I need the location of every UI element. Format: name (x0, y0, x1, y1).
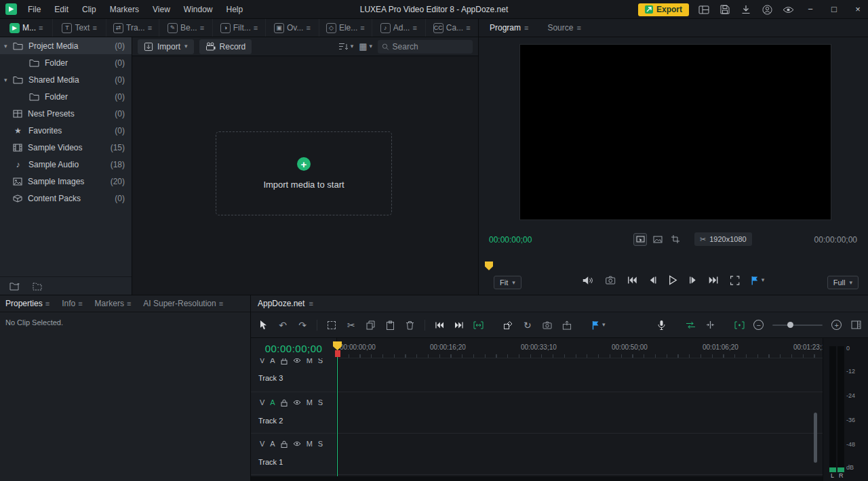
trim-mode-icon[interactable] (705, 319, 715, 331)
eye-icon[interactable] (782, 3, 794, 16)
chevron-down-icon[interactable]: ▾ (351, 43, 354, 49)
audio-toggle[interactable]: A (270, 398, 275, 406)
export-button[interactable]: Export (638, 3, 689, 16)
sidebar-item-shared-media[interactable]: ▾ Shared Media (0) (0, 71, 132, 88)
import-button[interactable]: Import ▾ (138, 39, 194, 54)
tab-info[interactable]: Info ≡ (62, 299, 82, 308)
search-box[interactable] (378, 40, 473, 54)
split-icon[interactable]: ✂ (346, 319, 357, 331)
tab-program[interactable]: Program ≡ (490, 23, 528, 33)
select-tool-icon[interactable] (258, 319, 269, 331)
snapshot-camera-icon[interactable] (606, 276, 616, 285)
tab-menu-icon[interactable]: ≡ (412, 24, 416, 32)
tab-elements[interactable]: ◇ Ele... ≡ (319, 19, 372, 37)
sidebar-item-folder-2[interactable]: Folder (0) (0, 88, 132, 105)
crop-icon[interactable] (669, 233, 682, 246)
motion-icon[interactable]: ↻ (522, 319, 533, 331)
close-button[interactable]: × (850, 0, 865, 19)
sidebar-item-sample-images[interactable]: Sample Images (20) (0, 173, 132, 190)
track-name[interactable]: Track 3 (251, 374, 336, 382)
tab-ai-super-resolution[interactable]: AI Super-Resolution ≡ (143, 299, 223, 308)
sidebar-item-content-packs[interactable]: Content Packs (0) (0, 190, 132, 207)
menu-file[interactable]: File (21, 0, 47, 19)
skip-end-icon[interactable] (709, 276, 719, 285)
sidebar-item-sample-audio[interactable]: ♪ Sample Audio (18) (0, 156, 132, 173)
select-zone-icon[interactable] (633, 233, 647, 246)
skip-start-icon[interactable] (627, 276, 637, 285)
tab-source[interactable]: Source ≡ (547, 23, 580, 33)
tab-text[interactable]: T Text ≡ (53, 19, 106, 37)
sidebar-item-nest-presets[interactable]: Nest Presets (0) (0, 105, 132, 122)
track-options-icon[interactable] (850, 319, 861, 331)
redo-icon[interactable]: ↷ (297, 319, 308, 331)
video-toggle[interactable]: V (260, 440, 264, 448)
lock-icon[interactable] (281, 399, 288, 406)
tab-menu-icon[interactable]: ≡ (254, 24, 258, 32)
undo-icon[interactable]: ↶ (277, 319, 288, 331)
tab-menu-icon[interactable]: ≡ (466, 24, 470, 32)
timeline-vertical-scrollbar[interactable] (814, 413, 817, 463)
tab-sequence[interactable]: AppDoze.net (258, 299, 304, 308)
tab-menu-icon[interactable]: ≡ (360, 24, 364, 32)
tab-behaviors[interactable]: ✎ Be... ≡ (159, 19, 212, 37)
paste-icon[interactable] (385, 319, 396, 331)
tab-menu-icon[interactable]: ≡ (219, 300, 223, 308)
menu-clip[interactable]: Clip (75, 0, 103, 19)
volume-icon[interactable] (583, 276, 594, 285)
timeline-ruler[interactable]: 00:00:00;00 00:00:16;20 00:00:33;10 00:0… (337, 338, 823, 358)
eye-icon[interactable] (293, 400, 301, 405)
timeline-horizontal-scrollbar[interactable] (251, 476, 823, 481)
view-mode-button[interactable]: ▦ ▾ (359, 41, 372, 51)
chevron-down-icon[interactable]: ▾ (4, 77, 13, 83)
mute-toggle[interactable]: M (307, 440, 313, 448)
delete-icon[interactable] (405, 319, 416, 331)
save-icon[interactable] (719, 3, 731, 16)
sidebar-item-project-media[interactable]: ▾ Project Media (0) (0, 37, 132, 54)
auto-ripple-icon[interactable] (685, 319, 696, 331)
copy-icon[interactable] (366, 319, 376, 331)
tab-menu-icon[interactable]: ≡ (148, 24, 152, 32)
tab-audio[interactable]: ♪ Ad... ≡ (372, 19, 425, 37)
solo-toggle[interactable]: S (318, 440, 323, 448)
tab-menu-icon[interactable]: ≡ (78, 300, 82, 308)
sidebar-item-folder-1[interactable]: Folder (0) (0, 54, 132, 71)
zoom-slider-thumb[interactable] (787, 322, 793, 328)
tab-menu-icon[interactable]: ≡ (306, 24, 310, 32)
tab-menu-icon[interactable]: ≡ (45, 300, 50, 308)
tab-menu-icon[interactable]: ≡ (309, 300, 313, 308)
tab-media[interactable]: ▶ M... ≡ (0, 19, 53, 37)
go-to-end-icon[interactable] (454, 319, 465, 331)
playhead-line[interactable] (337, 341, 338, 476)
fullscreen-icon[interactable] (730, 276, 740, 285)
workspace-layout-icon[interactable] (698, 3, 710, 16)
mute-toggle[interactable]: M (307, 398, 313, 406)
snapshot-icon[interactable] (651, 233, 665, 246)
menu-window[interactable]: Window (177, 0, 220, 19)
tab-captions[interactable]: CC Ca... ≡ (426, 19, 478, 37)
record-button[interactable]: Record (199, 39, 252, 54)
download-icon[interactable] (740, 3, 752, 16)
playback-quality-dropdown[interactable]: Full ▾ (827, 276, 859, 289)
resolution-chip[interactable]: ✂ 1920x1080 (694, 232, 752, 246)
eye-icon[interactable] (293, 441, 301, 446)
tab-overlays[interactable]: ▣ Ov... ≡ (266, 19, 319, 37)
solo-toggle[interactable]: S (318, 398, 323, 406)
video-toggle[interactable]: V (260, 358, 264, 364)
audio-toggle[interactable]: A (270, 440, 275, 448)
range-marker-icon[interactable] (734, 319, 745, 331)
zoom-slider[interactable] (772, 325, 823, 326)
video-preview[interactable] (519, 44, 831, 220)
track-name[interactable]: Track 1 (251, 458, 336, 466)
mute-toggle[interactable]: M (307, 358, 313, 364)
timeline-timecode[interactable]: 00:00:00;00 (251, 338, 336, 358)
tab-properties[interactable]: Properties ≡ (5, 299, 50, 308)
tab-filters[interactable]: ◑ Filt... ≡ (213, 19, 266, 37)
import-dropzone[interactable]: + Import media to start (216, 131, 392, 215)
tab-markers[interactable]: Markers ≡ (95, 299, 132, 308)
search-input[interactable] (393, 42, 469, 51)
tab-menu-icon[interactable]: ≡ (127, 300, 131, 308)
export-frame-icon[interactable] (561, 319, 572, 331)
tab-menu-icon[interactable]: ≡ (92, 24, 96, 32)
new-bin-icon[interactable] (9, 282, 20, 291)
range-select-icon[interactable] (326, 319, 337, 331)
